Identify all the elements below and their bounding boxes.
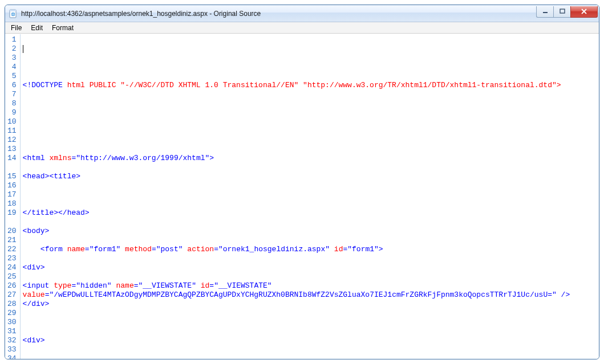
- line-number: 11: [7, 126, 17, 136]
- source-viewer-window: http://localhost:4362/aspnetsamples/orne…: [5, 5, 599, 359]
- window-controls: [536, 6, 598, 18]
- line-number: 32: [7, 336, 17, 345]
- maximize-button[interactable]: [553, 6, 570, 18]
- menu-format[interactable]: Format: [47, 23, 78, 32]
- close-button[interactable]: [570, 6, 598, 18]
- line-number: 1: [7, 35, 17, 44]
- line-number: 4: [7, 63, 17, 72]
- line-number: 33: [7, 345, 17, 354]
- line-number: 34: [7, 354, 17, 359]
- line-number: 8: [7, 99, 17, 108]
- text-cursor: [23, 45, 23, 53]
- line-number: 20: [7, 227, 17, 236]
- line-number: 24: [7, 263, 17, 272]
- line-number-gutter: 1234567891011121314151617181920212223242…: [5, 34, 21, 359]
- line-number: 16: [7, 181, 17, 190]
- svg-rect-1: [10, 10, 16, 11]
- line-number: 9: [7, 108, 17, 117]
- line-number: 26: [7, 281, 17, 291]
- line-number: 28: [7, 300, 17, 309]
- title-bar[interactable]: http://localhost:4362/aspnetsamples/orne…: [5, 5, 599, 22]
- line-number: 30: [7, 318, 17, 327]
- line-number: 19: [7, 208, 17, 218]
- svg-rect-3: [543, 12, 548, 13]
- menu-bar: File Edit Format: [5, 22, 599, 34]
- line-number: 14: [7, 154, 17, 163]
- line-number: 5: [7, 72, 17, 81]
- line-number: 3: [7, 54, 17, 63]
- line-number: 23: [7, 254, 17, 263]
- line-number: 10: [7, 117, 17, 126]
- line-number: 18: [7, 199, 17, 208]
- line-number: 13: [7, 145, 17, 154]
- line-number: 21: [7, 236, 17, 245]
- ie-page-icon: [9, 9, 18, 18]
- source-code-area[interactable]: <!DOCTYPE html PUBLIC "-//W3C//DTD XHTML…: [21, 34, 599, 359]
- line-number: 7: [7, 90, 17, 99]
- line-number: 31: [7, 327, 17, 336]
- window-title: http://localhost:4362/aspnetsamples/orne…: [21, 10, 536, 18]
- line-number: 22: [7, 245, 17, 254]
- line-number: 27: [7, 291, 17, 300]
- menu-edit[interactable]: Edit: [26, 23, 47, 32]
- source-content: 1234567891011121314151617181920212223242…: [5, 34, 599, 359]
- line-number: 15: [7, 172, 17, 181]
- minimize-button[interactable]: [536, 6, 553, 18]
- menu-file[interactable]: File: [6, 23, 26, 32]
- line-number: 6: [7, 81, 17, 90]
- line-number: 12: [7, 136, 17, 145]
- line-number: 2: [7, 44, 17, 54]
- line-number: 29: [7, 309, 17, 318]
- line-number: 25: [7, 272, 17, 281]
- line-number: 17: [7, 190, 17, 199]
- svg-rect-4: [560, 9, 565, 13]
